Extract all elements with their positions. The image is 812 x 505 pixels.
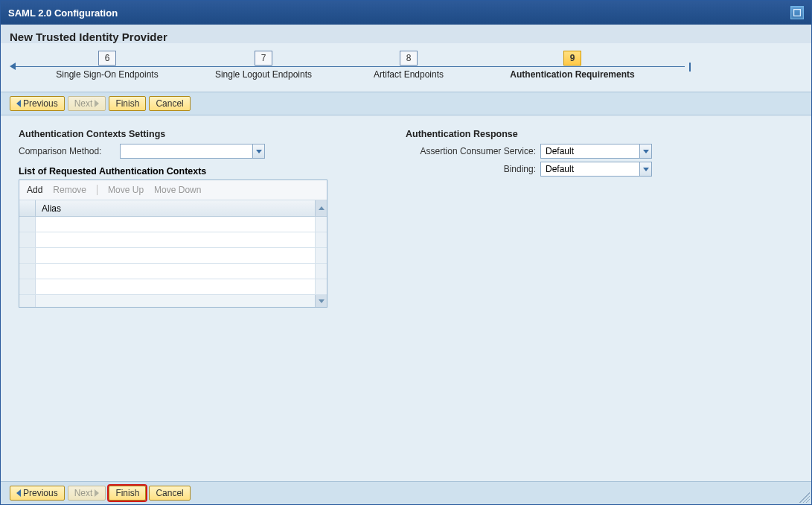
auth-contexts-table: Add Remove Move Up Move Down Alias [19, 180, 327, 308]
table-header: Alias [19, 200, 327, 217]
wizard-step-9[interactable]: 9 Authentication Requirements [476, 51, 669, 80]
move-down-button[interactable]: Move Down [154, 185, 201, 195]
finish-button[interactable]: Finish [109, 486, 146, 501]
right-column: Authentication Response Assertion Consum… [406, 129, 733, 468]
acs-dropdown[interactable]: Default [540, 144, 652, 159]
saml-config-window: SAML 2.0 Configuration New Trusted Ident… [0, 0, 812, 505]
alias-cell[interactable] [36, 279, 315, 294]
wizard-step-7[interactable]: 7 Single Logout Endpoints [185, 51, 342, 80]
title-bar: SAML 2.0 Configuration [1, 1, 811, 25]
wizard-step-num: 8 [400, 51, 418, 66]
finish-button[interactable]: Finish [109, 96, 146, 111]
select-all-handle[interactable] [19, 200, 36, 216]
list-title: List of Requested Authentication Context… [19, 166, 339, 177]
maximize-icon[interactable] [790, 6, 804, 19]
previous-label: Previous [23, 488, 58, 498]
table-toolbar: Add Remove Move Up Move Down [19, 180, 327, 200]
cancel-label: Cancel [156, 98, 183, 109]
row-handle[interactable] [19, 279, 36, 294]
chevron-right-icon [95, 489, 99, 497]
binding-value: Default [546, 164, 574, 174]
resize-handle-icon[interactable] [799, 492, 810, 503]
wizard-step-6[interactable]: 6 Single Sign-On Endpoints [29, 51, 185, 80]
next-label: Next [74, 98, 93, 109]
move-up-button[interactable]: Move Up [108, 185, 144, 195]
table-footer [19, 295, 327, 307]
wizard-step-label: Single Logout Endpoints [215, 69, 312, 80]
next-button: Next [68, 486, 106, 501]
footer-fill [36, 295, 315, 307]
auth-contexts-heading: Authentication Contexts Settings [19, 129, 339, 139]
table-body [19, 217, 327, 295]
wizard-nav: 6 Single Sign-On Endpoints 7 Single Logo… [1, 43, 811, 92]
table-row[interactable] [19, 232, 327, 248]
chevron-down-icon [252, 144, 264, 158]
scroll-track [315, 217, 327, 232]
previous-label: Previous [23, 98, 58, 109]
binding-dropdown[interactable]: Default [540, 162, 652, 177]
alias-cell[interactable] [36, 217, 315, 232]
comparison-method-row: Comparison Method: [19, 144, 339, 159]
finish-label: Finish [115, 488, 139, 498]
table-row[interactable] [19, 217, 327, 232]
column-header-alias[interactable]: Alias [36, 203, 315, 214]
wizard-steps: 6 Single Sign-On Endpoints 7 Single Logo… [29, 51, 798, 80]
previous-button[interactable]: Previous [10, 486, 65, 501]
wizard-step-label: Authentication Requirements [510, 69, 634, 80]
svg-rect-0 [794, 10, 801, 16]
chevron-down-icon [639, 162, 651, 176]
row-handle [19, 295, 36, 307]
row-handle[interactable] [19, 232, 36, 247]
alias-cell[interactable] [36, 232, 315, 247]
acs-value: Default [546, 146, 574, 156]
top-toolbar: Previous Next Finish Cancel [1, 92, 811, 115]
wizard-step-num: 6 [98, 51, 116, 66]
window-title: SAML 2.0 Configuration [8, 7, 118, 19]
left-column: Authentication Contexts Settings Compari… [19, 129, 339, 468]
alias-cell[interactable] [36, 248, 315, 263]
wizard-step-num: 7 [255, 51, 272, 66]
cancel-button[interactable]: Cancel [149, 486, 190, 501]
add-button[interactable]: Add [27, 185, 42, 195]
table-row[interactable] [19, 264, 327, 279]
table-row[interactable] [19, 248, 327, 264]
row-handle[interactable] [19, 217, 36, 232]
next-label: Next [74, 488, 93, 498]
cancel-label: Cancel [156, 488, 183, 498]
previous-button[interactable]: Previous [10, 96, 65, 111]
scroll-track [315, 279, 327, 294]
wizard-step-label: Artifact Endpoints [374, 69, 444, 80]
chevron-down-icon [639, 144, 651, 158]
cancel-button[interactable]: Cancel [149, 96, 190, 111]
table-row[interactable] [19, 279, 327, 295]
binding-row: Binding: Default [406, 162, 733, 177]
comparison-method-dropdown[interactable] [120, 144, 265, 159]
row-handle[interactable] [19, 264, 36, 279]
wizard-step-8[interactable]: 8 Artifact Endpoints [342, 51, 476, 80]
next-button: Next [68, 96, 106, 111]
chevron-left-icon [16, 100, 21, 107]
scroll-track [315, 248, 327, 263]
acs-row: Assertion Consumer Service: Default [406, 144, 733, 159]
chevron-right-icon [95, 100, 99, 107]
chevron-left-icon [16, 489, 21, 497]
remove-button[interactable]: Remove [53, 185, 86, 195]
wizard-step-label: Single Sign-On Endpoints [56, 69, 158, 80]
wizard-arrow-left-icon [10, 63, 16, 70]
scroll-down-icon[interactable] [315, 295, 327, 307]
page-subtitle: New Trusted Identity Provider [1, 25, 811, 43]
binding-label: Binding: [406, 164, 536, 174]
bottom-toolbar: Previous Next Finish Cancel [1, 481, 811, 504]
row-handle[interactable] [19, 248, 36, 263]
scroll-track [315, 264, 327, 279]
finish-label: Finish [115, 98, 139, 109]
acs-label: Assertion Consumer Service: [406, 146, 536, 156]
wizard-step-num: 9 [563, 51, 581, 66]
auth-response-heading: Authentication Response [406, 129, 733, 139]
scroll-track [315, 232, 327, 247]
body-area: Authentication Contexts Settings Compari… [1, 115, 811, 481]
scroll-up-icon[interactable] [315, 200, 327, 216]
alias-cell[interactable] [36, 264, 315, 279]
toolbar-divider [97, 185, 97, 195]
comparison-method-label: Comparison Method: [19, 146, 115, 156]
